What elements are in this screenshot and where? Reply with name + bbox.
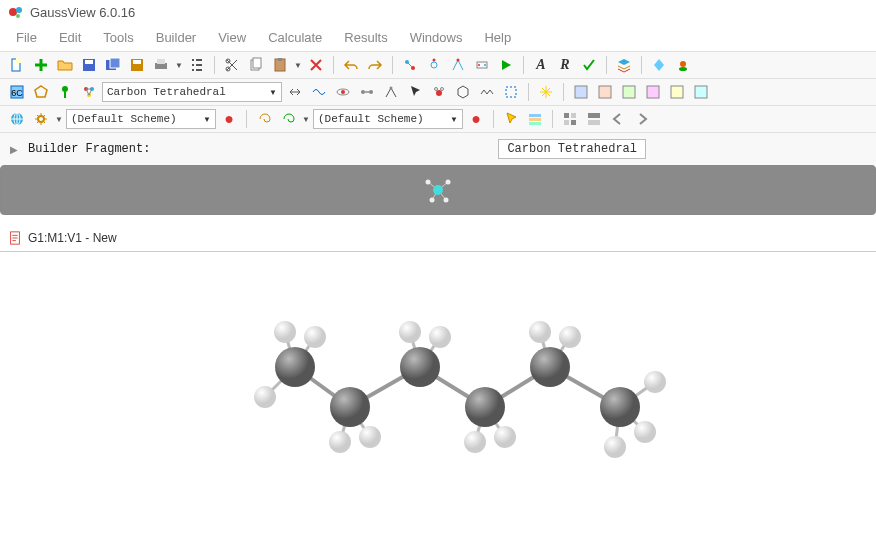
hex-icon[interactable]: [452, 81, 474, 103]
svg-point-105: [429, 326, 451, 348]
menu-builder[interactable]: Builder: [146, 26, 206, 49]
svg-point-68: [433, 185, 443, 195]
chevron-down-icon: ▼: [450, 115, 458, 124]
arrow-left-icon[interactable]: [607, 108, 629, 130]
bond-icon[interactable]: [356, 81, 378, 103]
tool-c-icon[interactable]: [447, 54, 469, 76]
cursor-icon[interactable]: [404, 81, 426, 103]
separator: [528, 83, 529, 101]
save-multi-icon[interactable]: [102, 54, 124, 76]
svg-rect-56: [529, 118, 541, 121]
angle-icon[interactable]: [380, 81, 402, 103]
pin-icon[interactable]: [54, 81, 76, 103]
marker-red-icon[interactable]: ●: [218, 108, 240, 130]
new-icon[interactable]: [6, 54, 28, 76]
menu-file[interactable]: File: [6, 26, 47, 49]
svg-point-106: [464, 431, 486, 453]
dropdown-arrow-icon[interactable]: ▼: [54, 115, 64, 124]
svg-point-72: [444, 198, 449, 203]
fragment-icon[interactable]: [78, 81, 100, 103]
scissors-icon[interactable]: [221, 54, 243, 76]
save-alt-icon[interactable]: [126, 54, 148, 76]
separator: [214, 56, 215, 74]
tool-a-icon[interactable]: [399, 54, 421, 76]
printer-icon[interactable]: [150, 54, 172, 76]
svg-rect-46: [575, 86, 587, 98]
italic-r-icon[interactable]: R: [554, 54, 576, 76]
dropdown-arrow-icon[interactable]: ▼: [293, 61, 303, 70]
separator: [563, 83, 564, 101]
bold-a-icon[interactable]: A: [530, 54, 552, 76]
copy-icon[interactable]: [245, 54, 267, 76]
svg-point-26: [484, 64, 486, 66]
svg-rect-61: [571, 120, 576, 125]
grid-b-icon[interactable]: [583, 108, 605, 130]
toolbar-1: ▼ ▼ A R: [0, 51, 876, 78]
element-icon[interactable]: 6C: [6, 81, 28, 103]
menu-view[interactable]: View: [208, 26, 256, 49]
grid6-icon[interactable]: [690, 81, 712, 103]
fragment-preview-molecule: [418, 170, 458, 210]
svg-point-107: [494, 426, 516, 448]
run-icon[interactable]: [495, 54, 517, 76]
dropdown-arrow-icon[interactable]: ▼: [301, 115, 311, 124]
add-icon[interactable]: [30, 54, 52, 76]
scheme-dropdown-2[interactable]: (Default Scheme) ▼: [313, 109, 463, 129]
paste-icon[interactable]: [269, 54, 291, 76]
menu-edit[interactable]: Edit: [49, 26, 91, 49]
check-icon[interactable]: [578, 54, 600, 76]
link-icon[interactable]: [284, 81, 306, 103]
svg-rect-50: [671, 86, 683, 98]
marker-red2-icon[interactable]: ●: [465, 108, 487, 130]
arrow-right-icon[interactable]: [631, 108, 653, 130]
molecule-canvas[interactable]: [0, 252, 876, 532]
pointer-icon[interactable]: [500, 108, 522, 130]
tool-d-icon[interactable]: [471, 54, 493, 76]
list-icon[interactable]: [186, 54, 208, 76]
fragment-preview-pane[interactable]: [0, 165, 876, 215]
settings-icon[interactable]: [30, 108, 52, 130]
grid-a-icon[interactable]: [559, 108, 581, 130]
molecule-render: [0, 252, 876, 532]
select-icon[interactable]: [500, 81, 522, 103]
sparkle-icon[interactable]: [535, 81, 557, 103]
dropdown-arrow-icon[interactable]: ▼: [174, 61, 184, 70]
grid2-icon[interactable]: [594, 81, 616, 103]
builder-bar: ▶ Builder Fragment: Carbon Tetrahedral: [0, 132, 876, 165]
grid1-icon[interactable]: [570, 81, 592, 103]
svg-rect-16: [253, 58, 261, 68]
scheme-dropdown-1[interactable]: (Default Scheme) ▼: [66, 109, 216, 129]
grid4-icon[interactable]: [642, 81, 664, 103]
open-icon[interactable]: [54, 54, 76, 76]
svg-point-69: [426, 180, 431, 185]
undo-icon[interactable]: [340, 54, 362, 76]
menu-windows[interactable]: Windows: [400, 26, 473, 49]
atom-icon[interactable]: [332, 81, 354, 103]
fragment-dropdown[interactable]: Carbon Tetrahedral ▼: [102, 82, 282, 102]
tool-b-icon[interactable]: [423, 54, 445, 76]
spiral2-icon[interactable]: [277, 108, 299, 130]
ring-icon[interactable]: [30, 81, 52, 103]
svg-point-93: [275, 347, 315, 387]
chain-icon[interactable]: [476, 81, 498, 103]
menu-tools[interactable]: Tools: [93, 26, 143, 49]
globe-icon[interactable]: [6, 108, 28, 130]
svg-point-98: [600, 387, 640, 427]
redo-icon[interactable]: [364, 54, 386, 76]
water-icon[interactable]: [428, 81, 450, 103]
menu-help[interactable]: Help: [474, 26, 521, 49]
diamond-icon[interactable]: [648, 54, 670, 76]
grid5-icon[interactable]: [666, 81, 688, 103]
grid3-icon[interactable]: [618, 81, 640, 103]
menu-calculate[interactable]: Calculate: [258, 26, 332, 49]
config-icon[interactable]: [524, 108, 546, 130]
layers-icon[interactable]: [613, 54, 635, 76]
wave-icon[interactable]: [308, 81, 330, 103]
svg-point-102: [329, 431, 351, 453]
save-icon[interactable]: [78, 54, 100, 76]
menu-results[interactable]: Results: [334, 26, 397, 49]
spiral-icon[interactable]: [253, 108, 275, 130]
ball-icon[interactable]: [672, 54, 694, 76]
delete-icon[interactable]: [305, 54, 327, 76]
expand-arrow-icon[interactable]: ▶: [10, 144, 18, 155]
